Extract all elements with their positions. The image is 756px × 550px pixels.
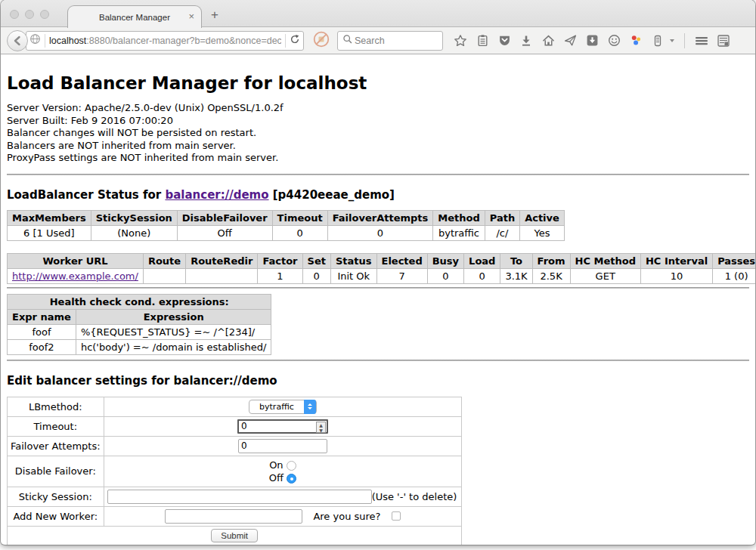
lbmethod-selected-option: bytraffic	[249, 402, 304, 412]
col-header: HC Method	[570, 253, 640, 268]
form-row-disable-failover: Disable Failover: On Off	[8, 456, 462, 487]
url-bar[interactable]: localhost:8880/balancer-manager?b=demo&n…	[26, 31, 304, 51]
submit-button[interactable]: Submit	[211, 529, 258, 542]
loadbalancer-status-heading: LoadBalancer Status for balancer://demo …	[7, 188, 749, 202]
failover-attempts-value-cell	[104, 436, 462, 456]
failover-attempts-input[interactable]	[238, 439, 327, 453]
radio-off-label: Off	[269, 472, 284, 484]
page-tools-extension-icon[interactable]	[717, 34, 730, 48]
url-text[interactable]: localhost:8880/balancer-manager?b=demo&n…	[49, 36, 281, 46]
table-header-row: MaxMembers StickySession DisableFailover…	[8, 210, 565, 225]
health-table-title: Health check cond. expressions:	[8, 294, 271, 309]
new-tab-button[interactable]: +	[211, 8, 218, 21]
pocket-icon[interactable]	[497, 34, 511, 48]
lbmethod-label: LBmethod:	[8, 397, 104, 416]
menu-hamburger-icon[interactable]	[695, 34, 708, 48]
cell-passes: 1 (0)	[713, 268, 755, 283]
close-window-button[interactable]	[10, 10, 19, 19]
add-worker-input[interactable]	[165, 509, 302, 524]
col-header: Busy	[427, 253, 463, 268]
send-tab-icon[interactable]	[563, 34, 577, 48]
tab-balancer-manager[interactable]: Balancer Manager ×	[67, 5, 202, 28]
globe-icon	[29, 33, 41, 48]
bookmark-star-icon[interactable]	[454, 34, 467, 48]
chat-smiley-icon[interactable]	[607, 34, 621, 48]
cell-path: /c/	[485, 225, 519, 240]
cell-elected: 7	[376, 268, 427, 283]
form-row-lbmethod: LBmethod: bytraffic	[8, 397, 462, 416]
radio-on[interactable]	[287, 461, 296, 471]
divider	[7, 174, 749, 175]
back-arrow-icon	[12, 36, 23, 46]
balancer-status-table: MaxMembers StickySession DisableFailover…	[7, 210, 565, 241]
cell-load: 0	[464, 268, 500, 283]
col-header: Expr name	[8, 309, 76, 324]
table-header-row: Expr name Expression	[8, 309, 271, 324]
container-extension-icon[interactable]	[651, 34, 665, 48]
navigation-toolbar: localhost:8880/balancer-manager?b=demo&n…	[1, 27, 755, 54]
col-header: Load	[464, 253, 500, 268]
radio-on-label: On	[269, 459, 283, 471]
reading-list-icon[interactable]	[476, 34, 489, 48]
sticky-session-value-cell: (Use '-' to delete)	[104, 487, 462, 506]
timeout-label: Timeout:	[8, 416, 104, 436]
col-header: Worker URL	[8, 253, 144, 268]
content-blocked-icon[interactable]	[313, 31, 330, 51]
cell-set: 0	[302, 268, 330, 283]
sticky-session-note: (Use '-' to delete)	[372, 491, 459, 502]
col-header: DisableFailover	[177, 210, 272, 225]
zoom-window-button[interactable]	[40, 10, 49, 19]
colored-dots-extension-icon[interactable]	[629, 34, 643, 48]
search-bar[interactable]	[337, 31, 443, 51]
col-header: RouteRedir	[186, 253, 258, 268]
add-worker-label: Add New Worker:	[8, 506, 104, 526]
failover-attempts-label: Failover Attempts:	[8, 436, 104, 456]
minimize-window-button[interactable]	[25, 10, 34, 19]
form-row-timeout: Timeout: ▲▼	[8, 416, 462, 436]
downloads-icon[interactable]	[519, 34, 533, 48]
sticky-session-input[interactable]	[107, 490, 372, 504]
col-header: HC Interval	[640, 253, 712, 268]
are-you-sure-label: Are you sure?	[313, 511, 380, 522]
sticky-session-label: Sticky Session:	[8, 487, 104, 506]
radio-off[interactable]	[287, 474, 296, 484]
cell-maxmembers: 6 [1 Used]	[8, 225, 91, 240]
cell-expression: hc('body') =~ /domain is established/	[76, 339, 271, 354]
col-header: Expression	[76, 309, 271, 324]
tab-strip: Balancer Manager × +	[1, 0, 755, 27]
page-content: Load Balancer Manager for localhost Serv…	[1, 73, 755, 545]
balancer-demo-link[interactable]: balancer://demo	[165, 188, 268, 202]
tab-close-icon[interactable]: ×	[188, 11, 194, 22]
col-header: Timeout	[272, 210, 327, 225]
form-row-sticky-session: Sticky Session: (Use '-' to delete)	[8, 487, 462, 506]
form-row-submit: Submit	[8, 526, 462, 545]
window-controls[interactable]	[10, 10, 49, 19]
cell-factor: 1	[258, 268, 302, 283]
tab-title: Balancer Manager	[99, 13, 170, 22]
status-heading-prefix: LoadBalancer Status for	[7, 188, 165, 202]
timeout-input[interactable]	[237, 419, 328, 434]
chevron-down-icon[interactable]	[670, 39, 674, 42]
reload-icon[interactable]	[290, 34, 300, 48]
toolbar-icons	[454, 33, 730, 48]
server-version-line: Server Version: Apache/2.5.0-dev (Unix) …	[7, 102, 749, 115]
worker-url-link[interactable]: http://www.example.com/	[12, 270, 138, 282]
lbmethod-value-cell: bytraffic	[104, 397, 462, 416]
server-info: Server Version: Apache/2.5.0-dev (Unix) …	[7, 102, 749, 165]
edit-balancer-heading: Edit balancer settings for balancer://de…	[7, 374, 749, 388]
table-title-row: Health check cond. expressions:	[8, 294, 271, 309]
home-icon[interactable]	[541, 34, 555, 48]
search-input[interactable]	[353, 35, 429, 47]
number-spinner-icon[interactable]: ▲▼	[316, 422, 326, 433]
lbmethod-select[interactable]: bytraffic	[249, 400, 317, 414]
health-check-table: Health check cond. expressions: Expr nam…	[7, 294, 271, 355]
cell-method: bytraffic	[433, 225, 485, 240]
divider	[7, 360, 749, 361]
extension-download-icon[interactable]	[585, 34, 599, 48]
notice-line: Balancers are NOT inherited from main se…	[7, 140, 749, 153]
form-row-add-worker: Add New Worker: Are you sure?	[8, 506, 462, 526]
back-button[interactable]	[7, 30, 28, 51]
are-you-sure-checkbox[interactable]	[392, 511, 401, 521]
col-header: Elected	[376, 253, 427, 268]
col-header: Set	[302, 253, 330, 268]
